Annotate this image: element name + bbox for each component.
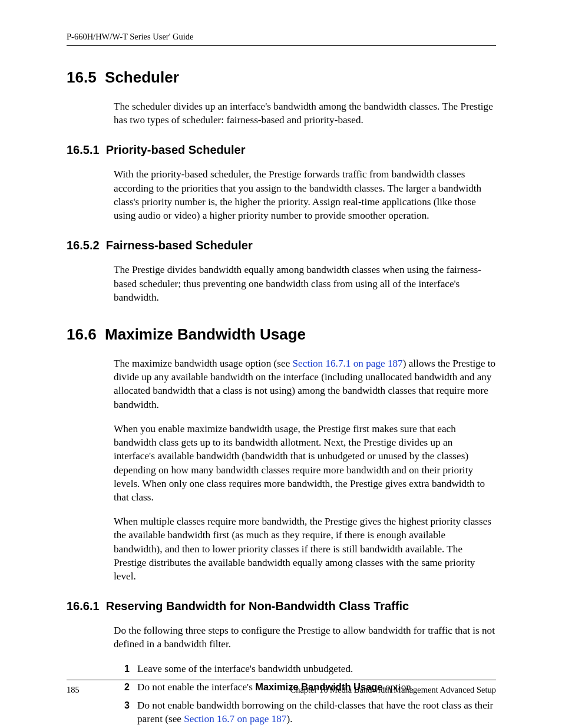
heading-16-6-1: 16.6.1 Reserving Bandwidth for Non-Bandw… bbox=[67, 599, 496, 613]
cross-ref-link[interactable]: Section 16.7.1 on page 187 bbox=[293, 358, 403, 369]
step-item: 1 Leave some of the interface's bandwidt… bbox=[124, 662, 496, 676]
heading-text: Maximize Bandwidth Usage bbox=[105, 325, 306, 343]
step-number: 3 bbox=[124, 699, 130, 712]
heading-number: 16.5.2 bbox=[67, 239, 100, 252]
page-body: P-660H/HW/W-T Series User' Guide 16.5 Sc… bbox=[0, 0, 562, 726]
text: The maximize bandwidth usage option (see bbox=[114, 358, 293, 369]
para-16-6-2: When you enable maximize bandwidth usage… bbox=[114, 422, 496, 504]
heading-16-5-2: 16.5.2 Fairness-based Scheduler bbox=[67, 239, 496, 252]
heading-number: 16.5.1 bbox=[67, 143, 100, 156]
running-header: P-660H/HW/W-T Series User' Guide bbox=[67, 32, 496, 46]
heading-number: 16.6 bbox=[67, 325, 97, 343]
page-footer: 185 Chapter 16 Media Bandwidth Managemen… bbox=[67, 680, 496, 695]
step-text: Leave some of the interface's bandwidth … bbox=[137, 663, 353, 674]
heading-text: Reserving Bandwidth for Non-Bandwidth Cl… bbox=[106, 599, 409, 612]
heading-16-6: 16.6 Maximize Bandwidth Usage bbox=[67, 325, 496, 344]
heading-text: Priority-based Scheduler bbox=[106, 143, 246, 156]
heading-16-5: 16.5 Scheduler bbox=[67, 68, 496, 87]
para-16-6-3: When multiple classes require more bandw… bbox=[114, 515, 496, 583]
heading-16-5-1: 16.5.1 Priority-based Scheduler bbox=[67, 143, 496, 157]
heading-text: Scheduler bbox=[105, 68, 179, 86]
chapter-label: Chapter 16 Media Bandwidth Management Ad… bbox=[290, 685, 496, 695]
step-item: 3 Do not enable bandwidth borrowing on t… bbox=[124, 699, 496, 726]
para-16-6-1: The maximize bandwidth usage option (see… bbox=[114, 357, 496, 411]
para-16-5-intro: The scheduler divides up an interface's … bbox=[114, 100, 496, 127]
heading-number: 16.6.1 bbox=[67, 599, 100, 612]
para-16-5-1: With the priority-based scheduler, the P… bbox=[114, 167, 496, 222]
page-number: 185 bbox=[67, 685, 80, 695]
para-16-5-2: The Prestige divides bandwidth equally a… bbox=[114, 263, 496, 304]
heading-text: Fairness-based Scheduler bbox=[106, 239, 253, 252]
step-text: ). bbox=[286, 713, 292, 724]
heading-number: 16.5 bbox=[67, 68, 97, 86]
step-number: 1 bbox=[124, 663, 130, 676]
cross-ref-link[interactable]: Section 16.7 on page 187 bbox=[184, 713, 286, 724]
para-16-6-1-intro: Do the following three steps to configur… bbox=[114, 624, 496, 651]
